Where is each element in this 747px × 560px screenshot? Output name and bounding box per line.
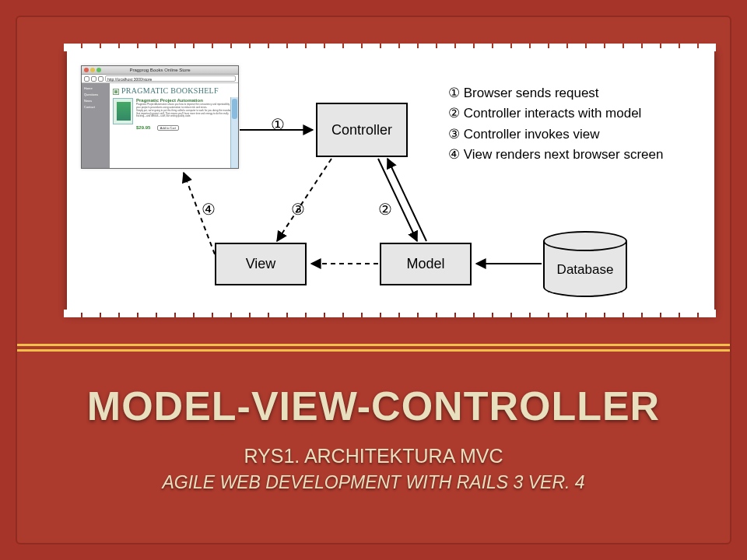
database-cylinder: Database (543, 231, 627, 297)
svg-line-4 (388, 159, 426, 241)
edge-label-3: ③ (291, 200, 305, 219)
item-price: $29.95 (136, 125, 150, 130)
add-to-cart-button: Add to Cart (157, 125, 179, 131)
edge-label-2: ② (378, 200, 392, 219)
subtitle-2: AGILE WEB DEVELOPMENT WITH RAILS 3 VER. … (17, 472, 730, 493)
steps-list: ① Browser sends request ② Controller int… (448, 83, 663, 165)
slide-canvas: Pragprog Books Online Store http://local… (16, 16, 731, 544)
browser-banner: PRAGMATIC BOOKSHELF (113, 86, 235, 95)
main-title: MODEL-VIEW-CONTROLLER (17, 383, 730, 429)
browser-thumbnail: Pragprog Books Online Store http://local… (81, 65, 239, 169)
book-cover (113, 98, 133, 124)
browser-sidebar: Home Questions News Contact (82, 83, 110, 168)
edge-label-4: ④ (202, 200, 216, 219)
browser-url: http://localhost:3000/store (105, 75, 236, 82)
view-box: View (215, 243, 307, 285)
controller-box: Controller (316, 103, 408, 157)
scrollbar (230, 97, 238, 168)
title-block: MODEL-VIEW-CONTROLLER RYS1. ARCHITEKTURA… (17, 383, 730, 493)
model-box: Model (380, 243, 472, 285)
browser-window-title: Pragprog Books Online Store (82, 66, 238, 75)
subtitle-1: RYS1. ARCHITEKTURA MVC (17, 445, 730, 467)
divider-lines (17, 344, 730, 355)
diagram-paper: Pragprog Books Online Store http://local… (67, 48, 714, 313)
edge-label-1: ① (271, 115, 285, 134)
